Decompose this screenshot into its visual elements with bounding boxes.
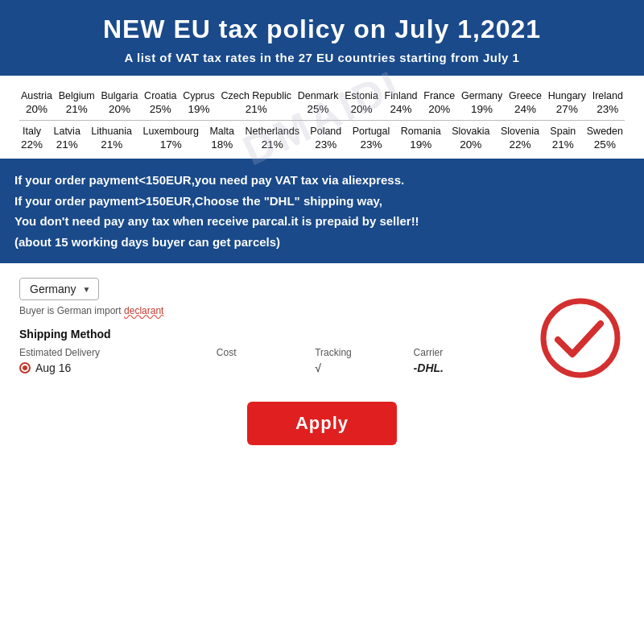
info-line: (about 15 working days buyer can get par… [14, 232, 630, 253]
divider1 [19, 120, 625, 121]
col-delivery-header: Estimated Delivery [19, 347, 217, 358]
vat-cell-finland: Finland24% [383, 90, 419, 115]
subtitle: A list of VAT tax rates in the 27 EU cou… [16, 51, 628, 64]
vat-cell-germany: Germany19% [460, 90, 504, 115]
vat-cell-sweden: Sweden25% [585, 126, 625, 151]
main-title: NEW EU tax policy on July 1,2021 [16, 14, 628, 44]
vat-cell-netherlands: Netherlands21% [243, 126, 300, 151]
vat-cell-austria: Austria20% [19, 90, 54, 115]
vat-cell-france: France20% [422, 90, 456, 115]
vat-cell-spain: Spain21% [548, 126, 577, 151]
info-section: If your order payment<150EUR,you need pa… [0, 159, 644, 263]
checkmark-icon [540, 298, 621, 378]
bottom-section: Germany ▼ Buyer is German import declara… [0, 263, 644, 390]
tracking-value: √ [315, 361, 413, 374]
vat-cell-hungary: Hungary27% [547, 90, 588, 115]
declarant-link[interactable]: declarant [124, 305, 163, 316]
vat-cell-lithuania: Lithuania21% [89, 126, 134, 151]
vat-cell-latvia: Latvia21% [52, 126, 81, 151]
vat-cell-belgium: Belgium21% [57, 90, 97, 115]
vat-cell-czech-republic: Czech Republic21% [219, 90, 293, 115]
col-tracking-header: Tracking [315, 347, 413, 358]
watermark: DMAIDI [236, 60, 409, 175]
radio-selected-icon[interactable] [19, 362, 31, 374]
vat-cell-poland: Poland23% [308, 126, 343, 151]
info-line: If your order payment>150EUR,Choose the … [14, 191, 630, 212]
vat-cell-greece: Greece24% [507, 90, 543, 115]
vat-cell-ireland: Ireland23% [591, 90, 625, 115]
svg-point-0 [543, 301, 617, 375]
vat-cell-luxembourg: Luxembourg17% [142, 126, 201, 151]
col-cost-header: Cost [217, 347, 315, 358]
vat-row1: Austria20%Belgium21%Bulgaria20%Croatia25… [19, 90, 625, 115]
vat-cell-denmark: Denmark25% [296, 90, 341, 115]
col-carrier-header: Carrier [414, 347, 512, 358]
apply-button[interactable]: Apply [247, 402, 397, 445]
vat-cell-malta: Malta18% [208, 126, 236, 151]
shipping-header-row: Estimated Delivery Cost Tracking Carrier [19, 347, 512, 358]
carrier-value: -DHL. [414, 361, 512, 374]
vat-cell-portugal: Portugal23% [351, 126, 392, 151]
vat-cell-slovenia: Slovenia22% [499, 126, 541, 151]
vat-cell-bulgaria: Bulgaria20% [100, 90, 140, 115]
country-selector[interactable]: Germany ▼ [19, 278, 99, 300]
buyer-note: Buyer is German import declarant [19, 305, 512, 316]
selected-country: Germany [30, 283, 76, 295]
vat-row2: Italy22%Latvia21%Lithuania21%Luxembourg1… [19, 126, 625, 151]
vat-cell-croatia: Croatia25% [142, 90, 178, 115]
info-line: You don't need pay any tax when receive … [14, 211, 630, 232]
header-section: NEW EU tax policy on July 1,2021 A list … [0, 0, 644, 76]
vat-cell-italy: Italy22% [19, 126, 44, 151]
vat-cell-cyprus: Cyprus19% [181, 90, 217, 115]
vat-table-section: DMAIDI Austria20%Belgium21%Bulgaria20%Cr… [0, 76, 644, 159]
delivery-value: Aug 16 [19, 361, 217, 374]
shipping-table: Estimated Delivery Cost Tracking Carrier… [19, 347, 512, 374]
apply-btn-row: Apply [0, 390, 644, 452]
vat-cell-romania: Romania19% [399, 126, 443, 151]
left-panel: Germany ▼ Buyer is German import declara… [19, 278, 512, 374]
vat-cell-slovakia: Slovakia20% [450, 126, 491, 151]
checkmark-container [536, 294, 625, 382]
vat-cell-estonia: Estonia20% [343, 90, 380, 115]
chevron-down-icon: ▼ [83, 285, 91, 294]
shipping-method-title: Shipping Method [19, 328, 512, 341]
shipping-data-row: Aug 16 √ -DHL. [19, 361, 512, 374]
info-line: If your order payment<150EUR,you need pa… [14, 170, 630, 191]
